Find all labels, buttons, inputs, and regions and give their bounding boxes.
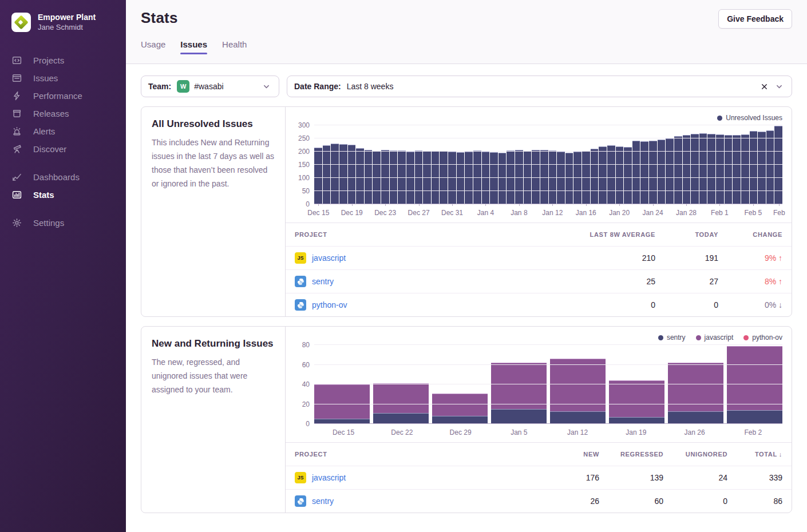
org-logo <box>11 13 31 32</box>
sidebar-item-projects[interactable]: Projects <box>11 51 126 69</box>
team-value: #wasabi <box>194 82 223 91</box>
app-window: Empower Plant Jane Schmidt Projects Issu… <box>0 0 807 532</box>
up-arrow-icon: ↑ <box>778 277 782 286</box>
javascript-project-icon: JS <box>295 252 306 264</box>
new-returning-issues-card: New and Returning Issues The new, regres… <box>141 326 792 513</box>
unresolved-plot <box>314 125 782 204</box>
table-row: sentry 25 27 8% ↑ <box>286 269 792 293</box>
chevron-down-icon <box>773 81 785 92</box>
col-project: PROJECT <box>295 231 547 238</box>
python-project-icon <box>295 495 306 507</box>
table-row: JSjavascript 176 139 24 339 <box>286 466 792 489</box>
page-header: Stats Give Feedback Usage Issues Health <box>126 0 807 64</box>
team-label: Team: <box>148 82 171 91</box>
down-arrow-icon: ↓ <box>778 300 782 309</box>
sidebar-item-label: Performance <box>33 91 82 101</box>
python-project-icon <box>295 276 306 287</box>
new-returning-chart: sentry javascript python-ov 020406080 De… <box>286 327 792 442</box>
project-link[interactable]: javascript <box>312 473 346 482</box>
sidebar-item-dashboards[interactable]: Dashboards <box>11 168 126 186</box>
up-arrow-icon: ↑ <box>778 253 782 263</box>
sidebar-item-label: Projects <box>33 55 64 65</box>
legend-label: python-ov <box>752 334 782 342</box>
col-project: PROJECT <box>295 451 542 458</box>
col-new: NEW <box>542 451 599 458</box>
page-title: Stats <box>141 9 792 27</box>
card-title: All Unresolved Issues <box>152 118 275 130</box>
performance-lightning-icon <box>11 91 22 101</box>
projects-icon <box>11 55 22 66</box>
org-name: Empower Plant <box>38 13 96 23</box>
new-returning-table: PROJECT NEW REGRESSED UNIGNORED TOTAL↓ J… <box>286 442 792 513</box>
project-link[interactable]: sentry <box>312 277 334 286</box>
sidebar-item-issues[interactable]: Issues <box>11 69 126 87</box>
sidebar-item-alerts[interactable]: Alerts <box>11 122 126 140</box>
project-link[interactable]: javascript <box>312 253 346 263</box>
team-avatar: W <box>177 80 189 93</box>
card-desc: The new, regressed, and unignored issues… <box>152 355 275 396</box>
unresolved-table: PROJECT LAST 8W AVERAGE TODAY CHANGE JSj… <box>286 223 792 316</box>
unresolved-card-description: All Unresolved Issues This includes New … <box>141 107 286 316</box>
col-avg: LAST 8W AVERAGE <box>547 231 655 238</box>
new-returning-bars <box>314 345 782 424</box>
unresolved-y-axis: 050100150200250300 <box>295 125 314 204</box>
legend-label: Unresolved Issues <box>726 114 782 122</box>
org-switcher[interactable]: Empower Plant Jane Schmidt <box>11 13 126 32</box>
alerts-siren-icon <box>11 126 22 137</box>
issues-icon <box>11 73 22 84</box>
card-title: New and Returning Issues <box>152 338 275 350</box>
sidebar-item-performance[interactable]: Performance <box>11 87 126 105</box>
sidebar-item-label: Alerts <box>33 126 55 136</box>
table-header-row: PROJECT LAST 8W AVERAGE TODAY CHANGE <box>286 223 792 246</box>
new-returning-card-description: New and Returning Issues The new, regres… <box>141 327 286 513</box>
new-returning-legend: sentry javascript python-ov <box>295 334 782 342</box>
col-today: TODAY <box>655 231 718 238</box>
sidebar-item-label: Releases <box>33 109 69 118</box>
clear-date-range-icon[interactable] <box>758 81 770 92</box>
col-unignored: UNIGNORED <box>663 451 727 458</box>
table-header-row: PROJECT NEW REGRESSED UNIGNORED TOTAL↓ <box>286 443 792 466</box>
sidebar-item-label: Settings <box>33 218 64 228</box>
main-area: Stats Give Feedback Usage Issues Health … <box>126 0 807 532</box>
sidebar-item-settings[interactable]: Settings <box>11 214 126 232</box>
stats-bar-chart-icon <box>11 190 22 200</box>
tab-bar: Usage Issues Health <box>141 39 792 57</box>
project-link[interactable]: python-ov <box>312 300 347 309</box>
project-link[interactable]: sentry <box>312 497 334 506</box>
legend-dot-icon <box>717 116 722 121</box>
python-project-icon <box>295 299 306 311</box>
sidebar: Empower Plant Jane Schmidt Projects Issu… <box>0 0 126 532</box>
sidebar-item-discover[interactable]: Discover <box>11 140 126 158</box>
new-returning-y-axis: 020406080 <box>295 345 314 424</box>
unresolved-bars <box>314 125 782 204</box>
unresolved-chart: Unresolved Issues 050100150200250300 Dec… <box>286 107 792 223</box>
col-total-sorted[interactable]: TOTAL↓ <box>727 451 782 458</box>
sidebar-item-label: Issues <box>33 73 58 83</box>
card-desc: This includes New and Returning issues i… <box>152 136 275 190</box>
legend-dot-icon <box>696 335 701 340</box>
team-selector[interactable]: Team: W #wasabi <box>141 76 279 97</box>
tab-usage[interactable]: Usage <box>141 39 165 57</box>
table-row: python-ov 0 0 0% ↓ <box>286 293 792 316</box>
legend-dot-icon <box>743 335 749 340</box>
sidebar-item-stats[interactable]: Stats <box>11 186 126 204</box>
chevron-down-icon <box>260 81 272 92</box>
give-feedback-button[interactable]: Give Feedback <box>718 9 792 29</box>
table-row: sentry 26 60 0 86 <box>286 489 792 513</box>
new-returning-x-axis: Dec 15Dec 22Dec 29Jan 5Jan 12Jan 19Jan 2… <box>314 425 782 439</box>
date-range-selector[interactable]: Date Range: Last 8 weeks <box>287 76 792 97</box>
dashboards-chart-icon <box>11 172 22 182</box>
legend-label: sentry <box>667 334 686 342</box>
javascript-project-icon: JS <box>295 472 306 483</box>
tab-issues[interactable]: Issues <box>180 39 207 57</box>
sort-desc-icon: ↓ <box>779 451 782 458</box>
filter-bar: Team: W #wasabi Date Range: Last 8 weeks <box>141 76 792 97</box>
user-name: Jane Schmidt <box>38 23 96 33</box>
unresolved-x-axis: Dec 15Dec 19Dec 23Dec 27Dec 31Jan 4Jan 8… <box>314 205 782 219</box>
sidebar-item-releases[interactable]: Releases <box>11 105 126 122</box>
tab-health[interactable]: Health <box>222 39 247 57</box>
releases-box-icon <box>11 109 22 119</box>
unresolved-issues-card: All Unresolved Issues This includes New … <box>141 106 792 317</box>
sidebar-item-label: Stats <box>33 190 54 200</box>
date-range-label: Date Range: <box>294 82 341 91</box>
